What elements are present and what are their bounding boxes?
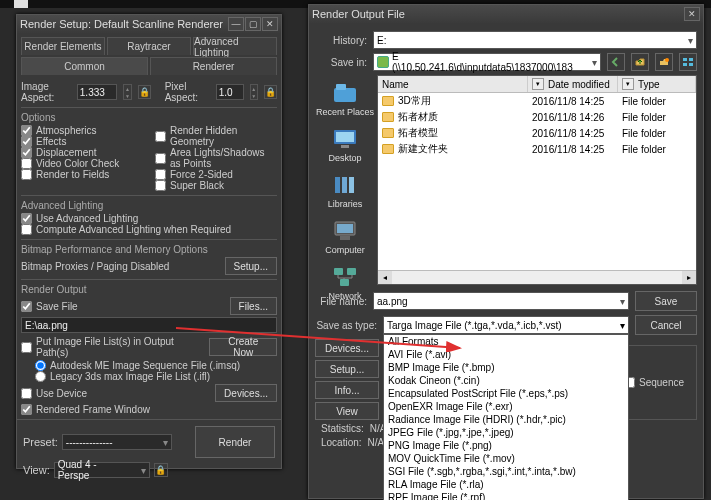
file-row[interactable]: 新建文件夹2016/11/8 14:25File folder [378, 141, 696, 157]
svg-rect-11 [342, 177, 347, 193]
maximize-button[interactable]: ▢ [245, 17, 261, 31]
rof-devices-button[interactable]: Devices... [315, 339, 379, 357]
savein-dropdown[interactable]: E (\\10.50.241.6\d\inputdata5\1837000\18… [373, 53, 601, 71]
format-option[interactable]: BMP Image File (*.bmp) [384, 361, 628, 374]
tab-common[interactable]: Common [21, 57, 148, 75]
format-option[interactable]: SGI File (*.sgb,*.rgba,*.sgi,*.int,*.int… [384, 465, 628, 478]
folder-icon [382, 96, 394, 106]
file-list-scrollbar[interactable]: ◂ ▸ [378, 270, 696, 284]
render-hidden-checkbox[interactable]: Render Hidden Geometry [155, 125, 277, 147]
super-black-checkbox[interactable]: Super Black [155, 180, 277, 191]
save-file-checkbox[interactable]: Save File [21, 301, 78, 312]
new-folder-button[interactable] [655, 53, 673, 71]
pixel-aspect-lock-icon[interactable]: 🔒 [264, 85, 277, 99]
svg-rect-1 [683, 58, 687, 61]
cancel-button[interactable]: Cancel [635, 315, 697, 335]
format-option[interactable]: OpenEXR Image File (*.exr) [384, 400, 628, 413]
area-lights-checkbox[interactable]: Area Lights/Shadows as Points [155, 147, 277, 169]
history-dropdown[interactable]: E: [373, 31, 697, 49]
col-date[interactable]: ▾Date modified [528, 76, 618, 92]
pixel-aspect-input[interactable]: 1.0 [216, 84, 244, 100]
minimize-button[interactable]: — [228, 17, 244, 31]
tab-renderer[interactable]: Renderer [150, 57, 277, 75]
tab-advanced-lighting[interactable]: Advanced Lighting [193, 37, 277, 55]
put-file-list-checkbox[interactable]: Put Image File List(s) in Output Path(s) [21, 336, 197, 358]
files-button[interactable]: Files... [230, 297, 277, 315]
format-option[interactable]: JPEG File (*.jpg,*.jpe,*.jpeg) [384, 426, 628, 439]
col-type[interactable]: ▾Type [618, 76, 696, 92]
views-button[interactable] [679, 53, 697, 71]
file-row[interactable]: 拓者模型2016/11/8 14:25File folder [378, 125, 696, 141]
create-now-button[interactable]: Create Now [209, 338, 277, 356]
format-option[interactable]: Radiance Image File (HDRI) (*.hdr,*.pic) [384, 413, 628, 426]
effects-checkbox[interactable]: Effects [21, 136, 143, 147]
displacement-checkbox[interactable]: Displacement [21, 147, 143, 158]
rof-close-button[interactable]: ✕ [684, 7, 700, 21]
file-row[interactable]: 3D常用2016/11/8 14:25File folder [378, 93, 696, 109]
format-option[interactable]: RLA Image File (*.rla) [384, 478, 628, 491]
render-button[interactable]: Render [195, 426, 275, 458]
back-button[interactable] [607, 53, 625, 71]
compute-advanced-lighting-checkbox[interactable]: Compute Advanced Lighting when Required [21, 224, 277, 235]
bitmap-setup-button[interactable]: Setup... [225, 257, 277, 275]
rof-view-button[interactable]: View [315, 402, 379, 420]
atmospherics-checkbox[interactable]: Atmospherics [21, 125, 143, 136]
image-aspect-lock-icon[interactable]: 🔒 [138, 85, 151, 99]
render-to-fields-checkbox[interactable]: Render to Fields [21, 169, 143, 180]
preset-dropdown[interactable]: -------------- [62, 434, 172, 450]
svg-rect-9 [341, 145, 349, 148]
format-option[interactable]: MOV QuickTime File (*.mov) [384, 452, 628, 465]
svg-rect-2 [689, 58, 693, 61]
filename-input[interactable]: aa.png [373, 292, 629, 310]
scroll-right-button[interactable]: ▸ [682, 271, 696, 284]
saveas-type-menu[interactable]: All FormatsAVI File (*.avi)BMP Image Fil… [383, 334, 629, 500]
location-value: N/A [368, 437, 385, 448]
pixel-aspect-spinner[interactable]: ▲▼ [250, 84, 258, 100]
format-option[interactable]: Encapsulated PostScript File (*.eps,*.ps… [384, 387, 628, 400]
preset-label: Preset: [23, 436, 58, 448]
desktop-item[interactable]: Desktop [328, 127, 361, 163]
format-option[interactable]: PNG Image File (*.png) [384, 439, 628, 452]
statistics-label: Statistics: [321, 423, 364, 434]
view-label: View: [23, 464, 50, 476]
svg-rect-3 [683, 63, 687, 66]
use-advanced-lighting-checkbox[interactable]: Use Advanced Lighting [21, 213, 277, 224]
recent-places-item[interactable]: Recent Places [316, 81, 374, 117]
devices-button[interactable]: Devices... [215, 384, 277, 402]
file-list[interactable]: Name ▾Date modified ▾Type 3D常用2016/11/8 … [377, 75, 697, 285]
format-option[interactable]: Kodak Cineon (*.cin) [384, 374, 628, 387]
save-button[interactable]: Save [635, 291, 697, 311]
video-color-check-checkbox[interactable]: Video Color Check [21, 158, 143, 169]
scroll-left-button[interactable]: ◂ [378, 271, 392, 284]
image-aspect-spinner[interactable]: ▲▼ [123, 84, 131, 100]
advanced-lighting-title: Advanced Lighting [21, 200, 277, 211]
format-option[interactable]: RPF Image File (*.rpf) [384, 491, 628, 500]
libraries-item[interactable]: Libraries [328, 173, 363, 209]
view-dropdown[interactable]: Quad 4 - Perspe [54, 462, 150, 478]
computer-item[interactable]: Computer [325, 219, 365, 255]
pixel-aspect-label: Pixel Aspect: [165, 81, 210, 103]
use-device-checkbox[interactable]: Use Device [21, 388, 87, 399]
sequence-checkbox[interactable]: Sequence [624, 377, 684, 388]
legacy-ifl-radio[interactable]: Legacy 3ds max Image File List (.ifl) [35, 371, 277, 382]
rendered-frame-window-checkbox[interactable]: Rendered Frame Window [21, 404, 277, 415]
tab-render-elements[interactable]: Render Elements [21, 37, 105, 55]
tab-raytracer[interactable]: Raytracer [107, 37, 191, 55]
view-lock-icon[interactable]: 🔒 [154, 463, 168, 477]
render-setup-title: Render Setup: Default Scanline Renderer [20, 18, 227, 30]
close-button[interactable]: ✕ [262, 17, 278, 31]
rof-info-button[interactable]: Info... [315, 381, 379, 399]
rof-setup-button[interactable]: Setup... [315, 360, 379, 378]
render-output-title: Render Output [21, 284, 277, 295]
image-aspect-input[interactable]: 1.333 [77, 84, 118, 100]
format-option[interactable]: All Formats [384, 335, 628, 348]
force-2sided-checkbox[interactable]: Force 2-Sided [155, 169, 277, 180]
output-path-input[interactable] [21, 317, 277, 333]
file-row[interactable]: 拓者材质2016/11/8 14:26File folder [378, 109, 696, 125]
saveas-type-dropdown[interactable]: Targa Image File (*.tga,*.vda,*.icb,*.vs… [383, 316, 629, 334]
format-option[interactable]: AVI File (*.avi) [384, 348, 628, 361]
svg-rect-4 [689, 63, 693, 66]
up-folder-button[interactable] [631, 53, 649, 71]
autodesk-seq-radio[interactable]: Autodesk ME Image Sequence File (.imsq) [35, 360, 277, 371]
col-name[interactable]: Name [378, 76, 528, 92]
